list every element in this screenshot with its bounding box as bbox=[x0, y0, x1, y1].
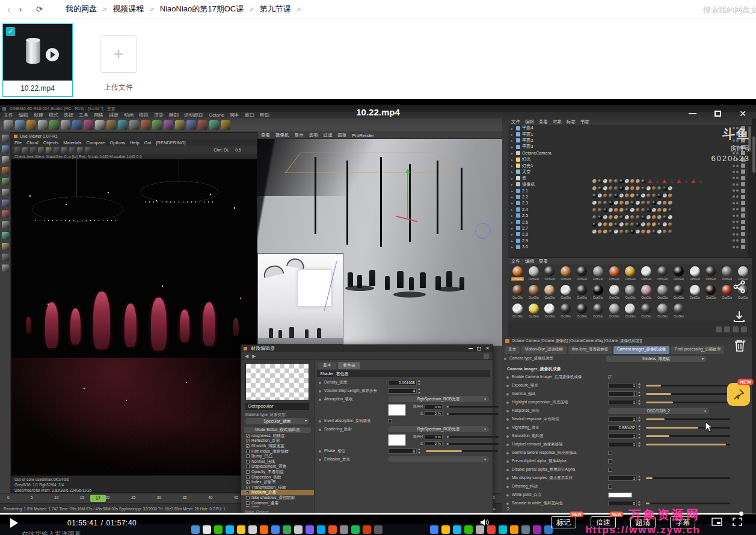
material-thumb[interactable] bbox=[598, 201, 602, 205]
material-cell[interactable]: OctGlo bbox=[687, 284, 703, 302]
checkbox[interactable] bbox=[608, 451, 612, 455]
material-cell[interactable]: OctGlo bbox=[558, 302, 574, 321]
slider[interactable] bbox=[646, 444, 730, 445]
material-thumb[interactable] bbox=[592, 222, 597, 227]
object-manager-tab[interactable]: 标签 bbox=[567, 119, 576, 125]
dropdown[interactable]: RgbSpectrum_RGB光谱▾ bbox=[388, 396, 489, 402]
material-thumb[interactable] bbox=[668, 194, 672, 198]
material-thumb[interactable] bbox=[609, 208, 613, 212]
material-cell[interactable]: OctGlo bbox=[703, 284, 719, 302]
material-thumb[interactable] bbox=[668, 215, 672, 219]
color-swatch[interactable] bbox=[388, 404, 406, 416]
slider[interactable] bbox=[646, 393, 730, 395]
material-cell[interactable]: OctGlo bbox=[703, 265, 719, 284]
material-thumb[interactable] bbox=[619, 222, 624, 227]
c4d-palette-icon[interactable] bbox=[2, 264, 9, 272]
c4d-tool-icon[interactable] bbox=[95, 120, 105, 130]
material-thumb[interactable] bbox=[657, 208, 662, 212]
forward-icon[interactable]: › bbox=[19, 5, 22, 14]
lock-icon[interactable] bbox=[484, 353, 489, 359]
material-browser-tab[interactable]: 查看 bbox=[539, 258, 548, 264]
expander-icon[interactable]: ▸ bbox=[511, 138, 516, 142]
material-thumb[interactable] bbox=[625, 194, 629, 198]
material-thumb[interactable] bbox=[625, 215, 629, 219]
material-cell[interactable]: OctGlo bbox=[542, 302, 558, 321]
player-button[interactable]: 超清 bbox=[630, 516, 656, 528]
material-thumb[interactable] bbox=[663, 222, 667, 227]
restore-icon[interactable] bbox=[715, 111, 721, 117]
material-thumb[interactable] bbox=[614, 201, 618, 205]
live-viewer-tool-icon[interactable] bbox=[38, 147, 44, 153]
material-thumb[interactable] bbox=[663, 186, 667, 191]
viewport-menu-item[interactable]: 选项 bbox=[309, 132, 318, 138]
expander-icon[interactable]: ▸ bbox=[511, 157, 516, 162]
c4d-tool-icon[interactable] bbox=[186, 120, 196, 130]
object-manager-tab[interactable]: 查看 bbox=[539, 119, 548, 125]
share-button[interactable] bbox=[732, 280, 746, 296]
c4d-tool-icon[interactable] bbox=[198, 120, 207, 130]
channel-checkbox[interactable]: ✓ bbox=[246, 444, 250, 448]
material-thumb[interactable] bbox=[630, 208, 635, 212]
spinner-icon[interactable] bbox=[638, 425, 642, 430]
spinner-icon[interactable] bbox=[638, 501, 642, 506]
material-thumb[interactable] bbox=[609, 222, 613, 227]
material-cell[interactable]: OctGlo bbox=[526, 284, 542, 302]
channel-checkbox[interactable] bbox=[246, 465, 250, 468]
expander-icon[interactable]: ▸ bbox=[511, 220, 516, 224]
expander-icon[interactable]: ▸ bbox=[511, 213, 516, 218]
material-thumb[interactable] bbox=[636, 179, 640, 183]
c4d-tool-icon[interactable] bbox=[129, 120, 139, 130]
panel-icon[interactable] bbox=[741, 326, 747, 332]
material-thumb[interactable] bbox=[663, 201, 667, 205]
material-cell[interactable]: OctGlo bbox=[654, 302, 671, 321]
material-thumb[interactable] bbox=[630, 186, 635, 191]
material-cell[interactable]: OctGlo bbox=[622, 302, 639, 321]
material-editor-titlebar[interactable]: 材质编辑器 bbox=[241, 345, 493, 352]
channel-checkbox[interactable] bbox=[246, 496, 250, 500]
camera-tab[interactable]: 基本 bbox=[505, 346, 520, 354]
live-viewer-tool-icon[interactable] bbox=[85, 147, 91, 153]
color-swatch[interactable] bbox=[388, 434, 406, 446]
visibility-dot[interactable] bbox=[733, 165, 735, 167]
material-cell[interactable]: OctGlo bbox=[671, 265, 687, 284]
material-thumb[interactable] bbox=[619, 201, 624, 205]
material-thumb[interactable] bbox=[636, 215, 640, 219]
material-thumb[interactable] bbox=[630, 179, 635, 183]
material-thumb[interactable] bbox=[641, 215, 645, 219]
material-thumb[interactable] bbox=[625, 201, 629, 205]
material-thumb[interactable] bbox=[636, 230, 640, 234]
live-viewer-tool-icon[interactable] bbox=[61, 147, 67, 153]
material-cell[interactable]: OctGlo bbox=[687, 265, 703, 284]
back-icon[interactable]: ◀ bbox=[245, 353, 248, 359]
live-viewer-menu-item[interactable]: File bbox=[14, 140, 22, 145]
material-thumb[interactable] bbox=[619, 230, 624, 234]
c4d-palette-icon[interactable] bbox=[2, 189, 9, 196]
right-scrollbar[interactable] bbox=[752, 118, 756, 514]
material-thumb[interactable] bbox=[592, 179, 597, 183]
value-field[interactable]: 0 % bbox=[425, 405, 443, 409]
material-thumb[interactable] bbox=[668, 208, 672, 212]
expander-icon[interactable]: ▸ bbox=[511, 176, 516, 180]
material-thumb[interactable] bbox=[603, 222, 607, 227]
material-thumb[interactable] bbox=[641, 194, 645, 198]
value-field[interactable]: 1 bbox=[608, 391, 637, 397]
c4d-palette-icon[interactable] bbox=[2, 254, 9, 261]
checkbox[interactable] bbox=[388, 419, 392, 423]
breadcrumb-item[interactable]: 视频课程 bbox=[112, 4, 144, 14]
file-card[interactable]: ✓ 10.22.mp4 bbox=[2, 23, 73, 97]
material-thumb[interactable] bbox=[625, 186, 629, 191]
c4d-tool-icon[interactable] bbox=[15, 120, 25, 130]
c4d-palette-icon[interactable] bbox=[2, 232, 9, 239]
c4d-tool-icon[interactable] bbox=[4, 120, 13, 130]
slider[interactable] bbox=[646, 402, 730, 403]
material-thumb[interactable] bbox=[592, 186, 597, 191]
material-thumb[interactable] bbox=[641, 179, 645, 183]
material-thumb[interactable] bbox=[614, 179, 618, 183]
material-thumb[interactable] bbox=[647, 222, 651, 227]
spinner-icon[interactable] bbox=[638, 391, 642, 397]
c4d-tool-icon[interactable] bbox=[209, 120, 219, 130]
material-cell[interactable]: OctGlo bbox=[622, 265, 639, 284]
window-close-icon[interactable]: ✕ bbox=[485, 346, 490, 351]
material-thumb[interactable] bbox=[619, 208, 624, 212]
material-thumb[interactable] bbox=[657, 222, 662, 227]
